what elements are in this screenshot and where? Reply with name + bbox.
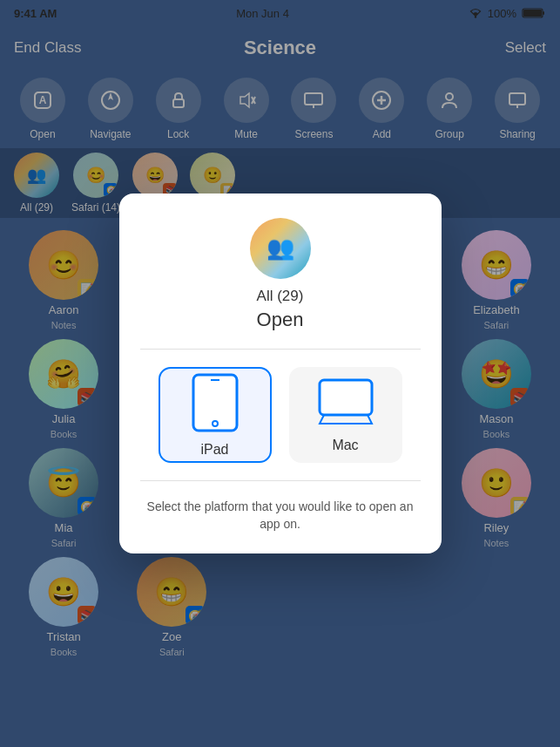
ipad-platform-card[interactable]: iPad xyxy=(159,367,272,463)
modal-footer-text: Select the platform that you would like … xyxy=(140,499,421,533)
ipad-label: iPad xyxy=(200,442,228,458)
modal-action-title: Open xyxy=(257,309,304,331)
modal-overlay[interactable]: 👥 All (29) Open iPad Mac xyxy=(0,0,560,747)
modal-footer-divider xyxy=(140,480,421,481)
modal-group-label: All (29) xyxy=(257,288,304,305)
modal-group-avatar: 👥 xyxy=(250,218,311,279)
mac-label: Mac xyxy=(332,438,358,453)
ipad-icon xyxy=(189,372,241,433)
svg-rect-21 xyxy=(193,375,237,431)
modal-platform-row: iPad Mac xyxy=(159,367,402,463)
modal-divider xyxy=(140,349,421,350)
mac-platform-card[interactable]: Mac xyxy=(289,367,402,463)
svg-rect-24 xyxy=(320,380,372,415)
mac-icon xyxy=(315,377,376,429)
platform-modal: 👥 All (29) Open iPad Mac xyxy=(119,194,442,553)
